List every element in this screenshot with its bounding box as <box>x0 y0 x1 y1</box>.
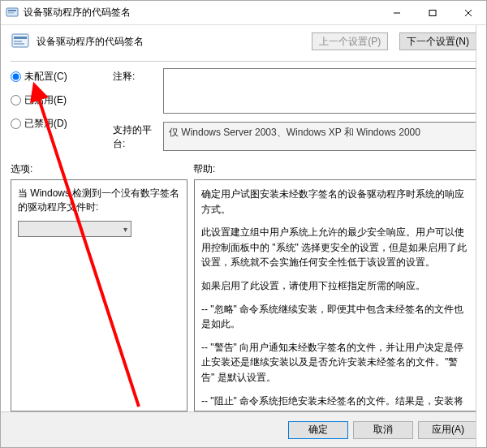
radio-disabled[interactable]: 已禁用(D) <box>11 117 108 131</box>
signing-response-dropdown[interactable]: ▾ <box>18 221 131 237</box>
app-icon <box>6 6 19 19</box>
prev-setting-button[interactable]: 上一个设置(P) <box>312 32 388 50</box>
svg-rect-10 <box>14 43 24 45</box>
window-buttons <box>379 1 486 24</box>
policy-icon <box>11 32 30 51</box>
radio-group: 未配置(C) 已启用(E) 已禁用(D) <box>11 68 108 131</box>
background-sliver <box>476 25 486 447</box>
help-paragraph: -- "阻止" 命令系统拒绝安装未经签名的文件。结果是，安装将停止，而且将不安装… <box>201 394 469 411</box>
comment-label: 注释: <box>113 68 162 114</box>
close-button[interactable] <box>450 1 486 24</box>
divider <box>11 61 476 62</box>
window-title: 设备驱动程序的代码签名 <box>24 6 379 19</box>
ok-button[interactable]: 确定 <box>288 421 348 439</box>
help-panel: 确定用户试图安装未经数字签名的设备驱动程序时系统的响应方式。此设置建立组中用户系… <box>194 179 476 411</box>
content-area: 设备驱动程序的代码签名 上一个设置(P) 下一个设置(N) 未配置(C) 已启用… <box>1 25 486 411</box>
maximize-button[interactable] <box>415 1 450 24</box>
footer: 确定 取消 应用(A) <box>1 411 486 447</box>
svg-rect-2 <box>8 12 14 14</box>
dialog-window: 设备驱动程序的代码签名 设备驱动程序的代码签名 <box>0 0 487 448</box>
radio-not-configured-input[interactable] <box>11 71 21 82</box>
options-desc: 当 Windows 检测到一个没有数字签名的驱动程序文件时: <box>18 187 180 214</box>
radio-enabled-input[interactable] <box>11 95 21 106</box>
header-row: 设备驱动程序的代码签名 上一个设置(P) 下一个设置(N) <box>11 32 476 51</box>
platform-text: 仅 Windows Server 2003、Windows XP 和 Windo… <box>163 122 476 151</box>
radio-disabled-label[interactable]: 已禁用(D) <box>24 117 67 131</box>
apply-button[interactable]: 应用(A) <box>418 421 478 439</box>
radio-enabled[interactable]: 已启用(E) <box>11 93 108 107</box>
config-area: 未配置(C) 已启用(E) 已禁用(D) 注释: 支持的平台: 仅 Window… <box>11 68 476 151</box>
minimize-button[interactable] <box>379 1 415 24</box>
radio-enabled-label[interactable]: 已启用(E) <box>24 93 67 107</box>
titlebar: 设备驱动程序的代码签名 <box>1 1 486 25</box>
next-setting-button[interactable]: 下一个设置(N) <box>399 32 476 50</box>
radio-not-configured[interactable]: 未配置(C) <box>11 70 108 84</box>
section-labels: 选项: 帮助: <box>11 162 476 176</box>
help-paragraph: 确定用户试图安装未经数字签名的设备驱动程序时系统的响应方式。 <box>201 187 469 217</box>
options-panel: 当 Windows 检测到一个没有数字签名的驱动程序文件时: ▾ <box>11 179 187 411</box>
comment-textarea[interactable] <box>163 68 476 114</box>
options-label: 选项: <box>11 162 193 176</box>
svg-rect-4 <box>429 10 436 15</box>
help-paragraph: 此设置建立组中用户系统上允许的最少安全响应。用户可以使用控制面板中的 "系统" … <box>201 225 469 270</box>
platform-label: 支持的平台: <box>113 122 162 151</box>
svg-rect-8 <box>14 37 27 39</box>
chevron-down-icon: ▾ <box>123 225 127 234</box>
radio-disabled-input[interactable] <box>11 118 21 129</box>
svg-rect-9 <box>14 41 22 42</box>
help-paragraph: -- "警告" 向用户通知未经数字签名的文件，并让用户决定是停止安装还是继续安装… <box>201 340 469 386</box>
page-title: 设备驱动程序的代码签名 <box>37 35 300 49</box>
lower-panels: 当 Windows 检测到一个没有数字签名的驱动程序文件时: ▾ 确定用户试图安… <box>11 179 476 411</box>
cancel-button[interactable]: 取消 <box>353 421 413 439</box>
help-paragraph: 如果启用了此设置，请使用下拉框指定所需的响应。 <box>201 278 469 294</box>
help-paragraph: -- "忽略" 命令系统继续安装，即便其中包含未经签名的文件也是如此。 <box>201 302 469 332</box>
radio-not-configured-label[interactable]: 未配置(C) <box>24 70 67 84</box>
svg-rect-1 <box>8 10 16 11</box>
help-label: 帮助: <box>193 162 215 176</box>
